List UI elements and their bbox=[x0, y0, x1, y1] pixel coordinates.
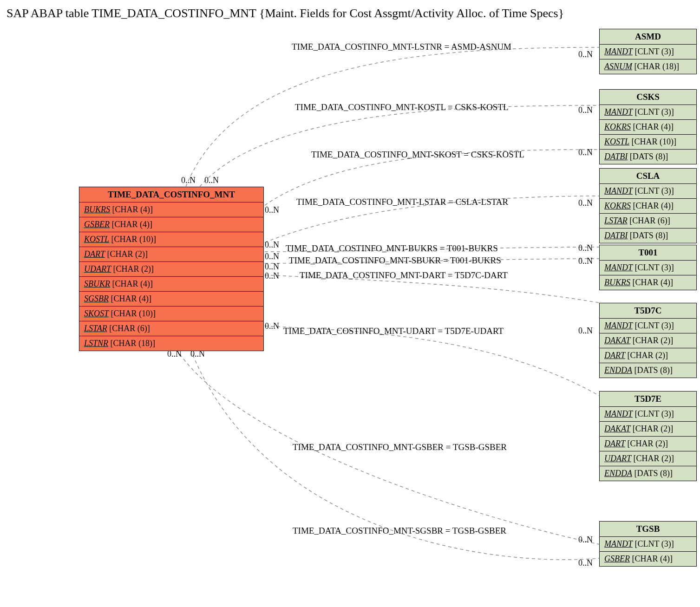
ref-table-csla: CSLA MANDT [CLNT (3)] KOKRS [CHAR (4)] L… bbox=[599, 168, 697, 243]
cardinality-label: 0..N bbox=[578, 243, 593, 253]
relation-label: TIME_DATA_COSTINFO_MNT-LSTAR = CSLA-LSTA… bbox=[296, 197, 508, 207]
table-row: MANDT [CLNT (3)] bbox=[600, 319, 696, 333]
table-row: UDART [CHAR (2)] bbox=[79, 262, 263, 277]
table-row: UDART [CHAR (2)] bbox=[600, 451, 696, 466]
table-row: GSBER [CHAR (4)] bbox=[600, 552, 696, 566]
ref-table-tgsb: TGSB MANDT [CLNT (3)] GSBER [CHAR (4)] bbox=[599, 521, 697, 567]
relation-label: TIME_DATA_COSTINFO_MNT-KOSTL = CSKS-KOST… bbox=[295, 102, 509, 112]
table-row: LSTAR [CHAR (6)] bbox=[600, 214, 696, 228]
cardinality-label: 0..N bbox=[578, 558, 593, 568]
cardinality-label: 0..N bbox=[265, 240, 279, 250]
ref-table-name: CSLA bbox=[600, 169, 696, 184]
table-row: DATBI [DATS (8)] bbox=[600, 150, 696, 164]
table-row: KOKRS [CHAR (4)] bbox=[600, 199, 696, 214]
relation-label: TIME_DATA_COSTINFO_MNT-LSTNR = ASMD-ASNU… bbox=[292, 42, 511, 52]
cardinality-label: 0..N bbox=[578, 198, 593, 208]
cardinality-label: 0..N bbox=[265, 321, 279, 331]
relation-label: TIME_DATA_COSTINFO_MNT-DART = T5D7C-DART bbox=[300, 270, 508, 281]
table-row: MANDT [CLNT (3)] bbox=[600, 261, 696, 275]
table-row: GSBER [CHAR (4)] bbox=[79, 217, 263, 232]
relation-label: TIME_DATA_COSTINFO_MNT-SBUKR = T001-BUKR… bbox=[289, 255, 501, 266]
table-row: KOKRS [CHAR (4)] bbox=[600, 120, 696, 135]
ref-table-t5d7e: T5D7E MANDT [CLNT (3)] DAKAT [CHAR (2)] … bbox=[599, 391, 697, 481]
table-row: DAKAT [CHAR (2)] bbox=[600, 422, 696, 437]
ref-table-name: ASMD bbox=[600, 29, 696, 45]
table-row: KOSTL [CHAR (10)] bbox=[79, 232, 263, 247]
table-row: DATBI [DATS (8)] bbox=[600, 228, 696, 243]
table-row: MANDT [CLNT (3)] bbox=[600, 537, 696, 552]
cardinality-label: 0..N bbox=[167, 349, 182, 359]
table-row: BUKRS [CHAR (4)] bbox=[79, 202, 263, 217]
cardinality-label: 0..N bbox=[265, 271, 279, 281]
ref-table-csks: CSKS MANDT [CLNT (3)] KOKRS [CHAR (4)] K… bbox=[599, 89, 697, 164]
relation-label: TIME_DATA_COSTINFO_MNT-UDART = T5D7E-UDA… bbox=[283, 326, 504, 336]
ref-table-t5d7c: T5D7C MANDT [CLNT (3)] DAKAT [CHAR (2)] … bbox=[599, 303, 697, 378]
ref-table-name: TGSB bbox=[600, 522, 696, 537]
cardinality-label: 0..N bbox=[265, 205, 279, 215]
table-row: SKOST [CHAR (10)] bbox=[79, 307, 263, 321]
diagram-canvas: TIME_DATA_COSTINFO_MNT BUKRS [CHAR (4)] … bbox=[5, 24, 695, 607]
cardinality-label: 0..N bbox=[578, 50, 593, 59]
main-table: TIME_DATA_COSTINFO_MNT BUKRS [CHAR (4)] … bbox=[79, 187, 264, 351]
ref-table-t001: T001 MANDT [CLNT (3)] BUKRS [CHAR (4)] bbox=[599, 245, 697, 290]
cardinality-label: 0..N bbox=[578, 256, 593, 266]
table-row: MANDT [CLNT (3)] bbox=[600, 407, 696, 422]
relation-label: TIME_DATA_COSTINFO_MNT-SKOST = CSKS-KOST… bbox=[311, 150, 524, 160]
cardinality-label: 0..N bbox=[578, 148, 593, 157]
table-row: LSTNR [CHAR (18)] bbox=[79, 336, 263, 351]
relation-label: TIME_DATA_COSTINFO_MNT-GSBER = TGSB-GSBE… bbox=[293, 442, 507, 452]
cardinality-label: 0..N bbox=[190, 349, 205, 359]
ref-table-name: T001 bbox=[600, 245, 696, 261]
cardinality-label: 0..N bbox=[204, 176, 219, 185]
cardinality-label: 0..N bbox=[181, 176, 196, 185]
cardinality-label: 0..N bbox=[578, 326, 593, 336]
table-row: DART [CHAR (2)] bbox=[79, 247, 263, 262]
table-row: SBUKR [CHAR (4)] bbox=[79, 277, 263, 292]
page-title: SAP ABAP table TIME_DATA_COSTINFO_MNT {M… bbox=[7, 7, 695, 20]
ref-table-name: T5D7C bbox=[600, 303, 696, 319]
table-row: ENDDA [DATS (8)] bbox=[600, 466, 696, 481]
table-row: LSTAR [CHAR (6)] bbox=[79, 321, 263, 336]
main-table-name: TIME_DATA_COSTINFO_MNT bbox=[79, 187, 263, 202]
table-row: SGSBR [CHAR (4)] bbox=[79, 292, 263, 307]
table-row: MANDT [CLNT (3)] bbox=[600, 105, 696, 120]
table-row: ENDDA [DATS (8)] bbox=[600, 363, 696, 378]
ref-table-name: CSKS bbox=[600, 90, 696, 105]
cardinality-label: 0..N bbox=[265, 252, 279, 261]
table-row: KOSTL [CHAR (10)] bbox=[600, 135, 696, 150]
ref-table-name: T5D7E bbox=[600, 392, 696, 407]
relation-label: TIME_DATA_COSTINFO_MNT-BUKRS = T001-BUKR… bbox=[286, 243, 498, 254]
table-row: DART [CHAR (2)] bbox=[600, 348, 696, 363]
relation-label: TIME_DATA_COSTINFO_MNT-SGSBR = TGSB-GSBE… bbox=[293, 526, 506, 536]
table-row: BUKRS [CHAR (4)] bbox=[600, 275, 696, 290]
ref-table-asmd: ASMD MANDT [CLNT (3)] ASNUM [CHAR (18)] bbox=[599, 29, 697, 74]
table-row: MANDT [CLNT (3)] bbox=[600, 184, 696, 199]
table-row: ASNUM [CHAR (18)] bbox=[600, 59, 696, 74]
cardinality-label: 0..N bbox=[265, 262, 279, 272]
table-row: DAKAT [CHAR (2)] bbox=[600, 333, 696, 348]
table-row: DART [CHAR (2)] bbox=[600, 437, 696, 451]
cardinality-label: 0..N bbox=[578, 105, 593, 115]
table-row: MANDT [CLNT (3)] bbox=[600, 45, 696, 59]
cardinality-label: 0..N bbox=[578, 535, 593, 545]
